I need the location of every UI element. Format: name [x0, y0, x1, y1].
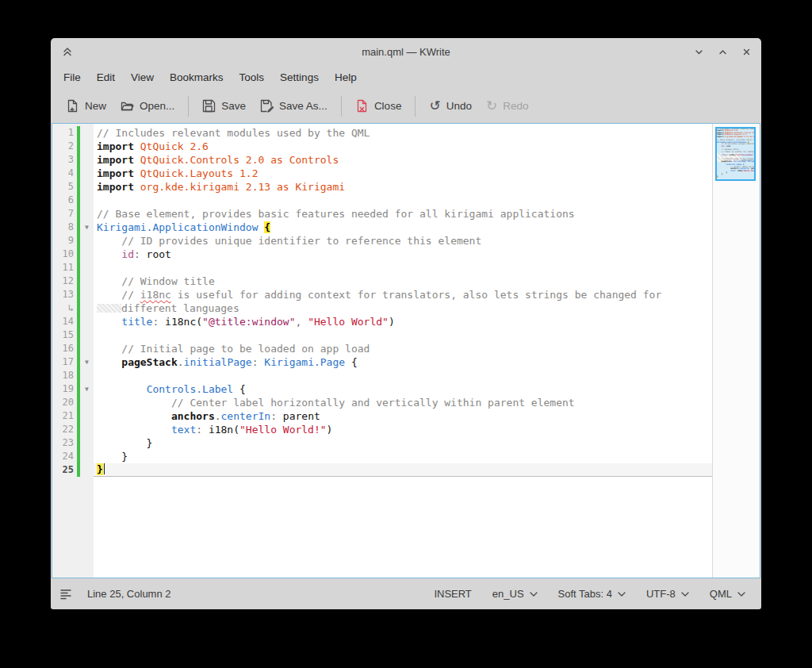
line-number[interactable]: 5	[52, 180, 77, 194]
text-editor[interactable]: 1// Includes relevant modules used by th…	[52, 123, 760, 578]
code-line-text[interactable]: import QtQuick 2.6	[94, 140, 712, 153]
code-line[interactable]: 3import QtQuick.Controls 2.0 as Controls	[52, 153, 712, 167]
wrap-marker[interactable]: ↳	[52, 301, 77, 315]
line-number[interactable]: 24	[52, 450, 77, 463]
code-line-text[interactable]: // ID provides unique identifier to refe…	[94, 234, 712, 248]
line-number[interactable]: 8	[52, 221, 77, 234]
code-line-text[interactable]: id: root	[94, 248, 712, 261]
line-number[interactable]: 23	[52, 436, 77, 450]
code-line-text[interactable]	[94, 328, 712, 342]
code-line[interactable]: 20 // Center label horizontally and vert…	[52, 396, 712, 409]
code-line-text[interactable]: Kirigami.ApplicationWindow {	[94, 221, 712, 234]
code-line-text[interactable]: // Initial page to be loaded on app load	[94, 342, 712, 355]
menu-settings[interactable]: Settings	[272, 68, 327, 86]
line-number[interactable]: 22	[52, 423, 77, 436]
syntax-select[interactable]: QML	[705, 585, 750, 603]
line-number[interactable]: 15	[52, 328, 77, 342]
line-number[interactable]: 4	[52, 167, 77, 180]
fold-arrow-icon[interactable]: ▼	[80, 221, 94, 234]
redo-button[interactable]: ↻ Redo	[479, 94, 536, 117]
save-button[interactable]: Save	[195, 94, 253, 117]
encoding-select[interactable]: UTF-8	[642, 585, 694, 603]
line-number[interactable]: 18	[52, 369, 77, 382]
fold-arrow-icon[interactable]: ▼	[80, 382, 94, 396]
code-line-text[interactable]: Controls.Label {	[94, 382, 712, 396]
code-line[interactable]: 21 anchors.centerIn: parent	[52, 409, 712, 423]
line-number[interactable]: 19	[52, 382, 77, 396]
code-line-text[interactable]: anchors.centerIn: parent	[94, 409, 712, 423]
tab-mode-select[interactable]: Soft Tabs: 4	[553, 585, 630, 603]
code-line-text[interactable]: // Base element, provides basic features…	[94, 207, 712, 221]
shade-icon[interactable]	[60, 44, 75, 59]
code-line-text[interactable]: // i18nc is useful for adding context fo…	[94, 288, 712, 301]
code-line[interactable]: 4import QtQuick.Layouts 1.2	[52, 167, 712, 180]
code-line[interactable]: 7// Base element, provides basic feature…	[52, 207, 712, 221]
cursor-position[interactable]: Line 25, Column 2	[87, 588, 171, 600]
code-line-text[interactable]: import QtQuick.Controls 2.0 as Controls	[94, 153, 712, 167]
menu-bookmarks[interactable]: Bookmarks	[162, 68, 232, 86]
code-line-text[interactable]: pageStack.initialPage: Kirigami.Page {	[94, 355, 712, 369]
fold-arrow-icon[interactable]: ▼	[80, 355, 94, 369]
line-number[interactable]: 9	[52, 234, 77, 248]
undo-button[interactable]: ↺ Undo	[422, 94, 479, 117]
code-line-text[interactable]: title: i18nc("@title:window", "Hello Wor…	[94, 315, 712, 328]
code-line[interactable]: 6	[52, 194, 712, 207]
toolview-lines-icon[interactable]	[60, 589, 73, 600]
code-line-text[interactable]: import org.kde.kirigami 2.13 as Kirigami	[94, 180, 712, 194]
code-line-text[interactable]: }	[94, 436, 712, 450]
new-button[interactable]: New	[59, 94, 113, 117]
line-number[interactable]: 10	[52, 248, 77, 261]
code-line[interactable]: 9 // ID provides unique identifier to re…	[52, 234, 712, 248]
code-line[interactable]: 17▼ pageStack.initialPage: Kirigami.Page…	[52, 355, 712, 369]
code-line[interactable]: 22 text: i18n("Hello World!")	[52, 423, 712, 436]
maximize-button[interactable]	[715, 44, 730, 59]
line-number[interactable]: 21	[52, 409, 77, 423]
code-line[interactable]: 16 // Initial page to be loaded on app l…	[52, 342, 712, 355]
code-line[interactable]: 2import QtQuick 2.6	[52, 140, 712, 153]
code-line[interactable]: 1// Includes relevant modules used by th…	[52, 126, 712, 140]
code-line-text[interactable]: // Center label horizontally and vertica…	[94, 396, 712, 409]
menu-view[interactable]: View	[123, 68, 162, 86]
code-line-text[interactable]	[94, 369, 712, 382]
dictionary-select[interactable]: en_US	[488, 585, 542, 603]
code-line[interactable]: 11	[52, 261, 712, 274]
code-line[interactable]: 14 title: i18nc("@title:window", "Hello …	[52, 315, 712, 328]
line-number[interactable]: 13	[52, 288, 77, 301]
code-line[interactable]: 5import org.kde.kirigami 2.13 as Kirigam…	[52, 180, 712, 194]
code-line[interactable]: 18	[52, 369, 712, 382]
line-number[interactable]: 17	[52, 355, 77, 369]
menu-file[interactable]: File	[56, 68, 89, 86]
code-line[interactable]: 23 }	[52, 436, 712, 450]
line-number[interactable]: 12	[52, 274, 77, 288]
code-area[interactable]: 1// Includes relevant modules used by th…	[52, 124, 712, 578]
open-button[interactable]: Open...	[113, 94, 182, 117]
line-number[interactable]: 6	[52, 194, 77, 207]
code-line[interactable]: 12 // Window title	[52, 274, 712, 288]
line-number[interactable]: 11	[52, 261, 77, 274]
menu-help[interactable]: Help	[327, 68, 365, 86]
code-line[interactable]: ↳different languages	[52, 301, 712, 315]
code-line-text[interactable]: text: i18n("Hello World!")	[94, 423, 712, 436]
close-document-button[interactable]: Close	[348, 94, 409, 117]
close-button[interactable]	[739, 44, 753, 59]
menu-tools[interactable]: Tools	[232, 68, 273, 86]
line-number[interactable]: 16	[52, 342, 77, 355]
line-number[interactable]: 2	[52, 140, 77, 153]
line-number[interactable]: 14	[52, 315, 77, 328]
titlebar[interactable]: main.qml — KWrite	[51, 38, 761, 65]
line-number[interactable]: 20	[52, 396, 77, 409]
code-line-text[interactable]: // Includes relevant modules used by the…	[94, 126, 712, 140]
code-line[interactable]: 10 id: root	[52, 248, 712, 261]
line-number[interactable]: 3	[52, 153, 77, 167]
code-line-text[interactable]: }	[94, 463, 712, 477]
minimize-button[interactable]	[691, 44, 706, 59]
code-line[interactable]: 15	[52, 328, 712, 342]
menu-edit[interactable]: Edit	[89, 68, 123, 86]
code-line-text[interactable]: // Window title	[94, 274, 712, 288]
code-line[interactable]: 13 // i18nc is useful for adding context…	[52, 288, 712, 301]
code-line[interactable]: 19▼ Controls.Label {	[52, 382, 712, 396]
code-line-text[interactable]: }	[94, 450, 712, 463]
code-line-text[interactable]: different languages	[94, 301, 712, 315]
save-as-button[interactable]: Save As...	[253, 94, 335, 117]
code-line[interactable]: 25}	[52, 463, 712, 477]
